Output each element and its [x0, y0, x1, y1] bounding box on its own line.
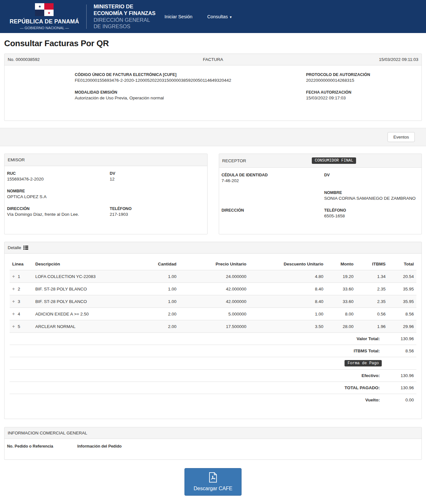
valor-total-label: Valor Total:: [356, 336, 380, 341]
emisor-row-3: DIRECCIÓN Vía Domingo Díaz, frente al Do…: [7, 206, 205, 224]
detalle-panel: Detalle Linea Descripción Cantidad Preci…: [4, 242, 422, 419]
linea-number: 1: [18, 274, 20, 279]
consultas-label: Consultas: [207, 14, 228, 19]
government-brand: ★ ★ REPÚBLICA DE PANAMÁ — GOBIERNO NACIO…: [10, 3, 79, 30]
eventos-button[interactable]: Eventos: [388, 132, 415, 142]
descargar-cafe-button[interactable]: Descargar CAFE: [184, 468, 242, 496]
expand-row-icon[interactable]: +: [12, 286, 15, 291]
emisor-heading: EMISOR: [4, 154, 207, 166]
pedido-referencia-label: No. Pedido o Referencia: [7, 444, 77, 449]
emisor-title: EMISOR: [8, 157, 25, 162]
flag-quadrant-blue-star: ★: [35, 3, 44, 10]
invoice-datetime: 15/03/2022 09:11:03: [281, 57, 418, 62]
informacion-pedido-label: Información del Pedido: [77, 444, 122, 449]
itbms-cell: 0.56: [356, 308, 388, 320]
cedula-value: 7-46-202: [222, 178, 324, 183]
emisor-direccion-group: DIRECCIÓN Vía Domingo Díaz, frente al Do…: [7, 206, 110, 217]
efectivo-label: Efectivo:: [362, 373, 380, 378]
expand-row-icon[interactable]: +: [12, 299, 15, 304]
payment-row-total-pagado: TOTAL PAGADO: 130.96: [10, 382, 416, 394]
cufe-group: CÓDIGO ÚNICO DE FACTURA ELECTRÓNICA [CUF…: [75, 72, 306, 83]
table-row: +1 LOFA COLLECTION YC-22083 1.00 24.0000…: [10, 270, 416, 283]
modalidad-group: MODALIDAD EMISIÓN Autorización de Uso Pr…: [75, 90, 306, 101]
descuento-unitario-cell: 8.40: [249, 283, 326, 295]
table-row: +5 ARCLEAR NORMAL 2.00 17.500000 3.50 28…: [10, 320, 416, 333]
navbar-links: Iniciar Sesión Consultas▼: [165, 14, 232, 19]
col-header-cantidad: Cantidad: [141, 258, 179, 270]
invoice-number: No. 0000038592: [8, 57, 145, 62]
precio-unitario-cell: 42.000000: [179, 283, 249, 295]
info-comercial-title: INFORMACION COMERCIAL GENERAL: [8, 431, 87, 435]
linea-number: 2: [18, 287, 20, 291]
receptor-dv-value: [324, 178, 419, 183]
direction-line2: DE INGRESOS: [94, 23, 156, 30]
total-cell: 35.95: [388, 283, 416, 295]
nav-link-consultas[interactable]: Consultas▼: [207, 14, 232, 19]
emisor-nombre-value: OPTICA LOPEZ S.A: [7, 194, 110, 199]
forma-de-pago-badge: Forma de Pago: [345, 360, 382, 366]
expand-row-icon[interactable]: +: [12, 274, 15, 279]
cufe-label: CÓDIGO ÚNICO DE FACTURA ELECTRÓNICA [CUF…: [75, 72, 306, 77]
total-pagado-value: 130.96: [380, 385, 414, 390]
descuento-unitario-cell: 8.40: [249, 295, 326, 308]
invoice-header-bar: No. 0000038592 FACTURA 15/03/2022 09:11:…: [4, 54, 422, 65]
expand-row-icon[interactable]: +: [12, 311, 15, 316]
list-icon: [23, 246, 28, 250]
receptor-telefono-label: TELÉFONO: [324, 208, 419, 213]
flag-quadrant-red-star: ★: [44, 10, 54, 16]
parties-row: EMISOR RUC 155693476-2-2020 DV 12: [4, 154, 422, 234]
receptor-dv-label: DV: [324, 173, 419, 177]
flag-quadrant-navy: [35, 10, 44, 16]
protocolo-group: PROTOCOLO DE AUTORIZACIÓN 20220000000014…: [306, 72, 418, 83]
invoice-header-panel: No. 0000038592 FACTURA 15/03/2022 09:11:…: [4, 54, 422, 121]
monto-cell: 19.20: [326, 270, 356, 283]
emisor-body: RUC 155693476-2-2020 DV 12 NOMBRE OPTICA…: [4, 166, 207, 232]
detalle-table: Linea Descripción Cantidad Precio Unitar…: [10, 258, 416, 332]
ruc-value: 155693476-2-2020: [7, 177, 110, 182]
emisor-ruc-group: RUC 155693476-2-2020: [7, 171, 110, 182]
receptor-title: RECEPTOR: [222, 158, 246, 163]
info-comercial-heading: INFORMACION COMERCIAL GENERAL: [4, 427, 422, 439]
col-header-descripcion: Descripción: [33, 258, 141, 270]
protocolo-label: PROTOCOLO DE AUTORIZACIÓN: [306, 72, 418, 77]
total-cell: 20.54: [388, 270, 416, 283]
page-title: Consultar Facturas Por QR: [4, 38, 422, 48]
monto-cell: 28.00: [326, 320, 356, 333]
cedula-label: CÉDULA DE IDENTIDAD: [222, 173, 324, 177]
col-header-linea: Linea: [10, 258, 33, 270]
flag-quadrant-red: [44, 3, 54, 10]
emisor-dv-label: DV: [110, 171, 204, 176]
descargar-cafe-label: Descargar CAFE: [194, 486, 233, 491]
invoice-right-column: PROTOCOLO DE AUTORIZACIÓN 20220000000014…: [306, 72, 418, 108]
direction-line1: DIRECCIÓN GENERAL: [94, 17, 156, 23]
cufe-value: FE0120000155693476-2-2020-12000520220315…: [75, 78, 306, 83]
fecha-autorizacion-label: FECHA AUTORIZACIÓN: [306, 90, 418, 95]
nav-link-iniciar-sesion[interactable]: Iniciar Sesión: [165, 14, 192, 19]
receptor-row-1: CÉDULA DE IDENTIDAD 7-46-202 DV: [222, 173, 419, 190]
table-row: +4 ADICION EXEDE A >= 2.50 2.00 5.000000…: [10, 308, 416, 320]
payment-row-vuelto: Vuelto: 0.00: [10, 394, 416, 406]
receptor-nombre-value: SONIA CORINA SAMANIEGO DE ZAMBRANO: [324, 196, 419, 201]
table-row: +3 BIF. ST-28 POLY BLANCO 1.00 42.000000…: [10, 295, 416, 308]
itbms-total-label: ITBMS Total:: [354, 349, 380, 353]
descripcion-cell: LOFA COLLECTION YC-22083: [33, 270, 141, 283]
precio-unitario-cell: 24.000000: [179, 270, 249, 283]
descuento-unitario-cell: 3.50: [249, 320, 326, 333]
total-cell: 29.96: [388, 320, 416, 333]
vuelto-label: Vuelto:: [365, 398, 380, 402]
emisor-nombre-label: NOMBRE: [7, 189, 110, 193]
forma-de-pago-row: Forma de Pago: [10, 357, 416, 369]
descuento-unitario-cell: 1.00: [249, 308, 326, 320]
col-header-total: Total: [388, 258, 416, 270]
cantidad-cell: 1.00: [141, 295, 179, 308]
modalidad-value: Autorización de Uso Previa, Operación no…: [75, 96, 306, 101]
emisor-row-2: NOMBRE OPTICA LOPEZ S.A: [7, 189, 205, 206]
emisor-telefono-label: TELÉFONO: [110, 206, 204, 211]
brand-title: REPÚBLICA DE PANAMÁ: [10, 18, 79, 25]
invoice-left-column: CÓDIGO ÚNICO DE FACTURA ELECTRÓNICA [CUF…: [75, 72, 306, 108]
receptor-card: RECEPTOR CONSUMIDOR FINAL CÉDULA DE IDEN…: [219, 154, 422, 234]
expand-row-icon[interactable]: +: [12, 324, 15, 329]
totals-section: Valor Total: 130.96 ITBMS Total: 8.56 Fo…: [4, 332, 422, 419]
total-cell: 8.56: [388, 308, 416, 320]
emisor-dv-group: DV 12: [110, 171, 204, 182]
